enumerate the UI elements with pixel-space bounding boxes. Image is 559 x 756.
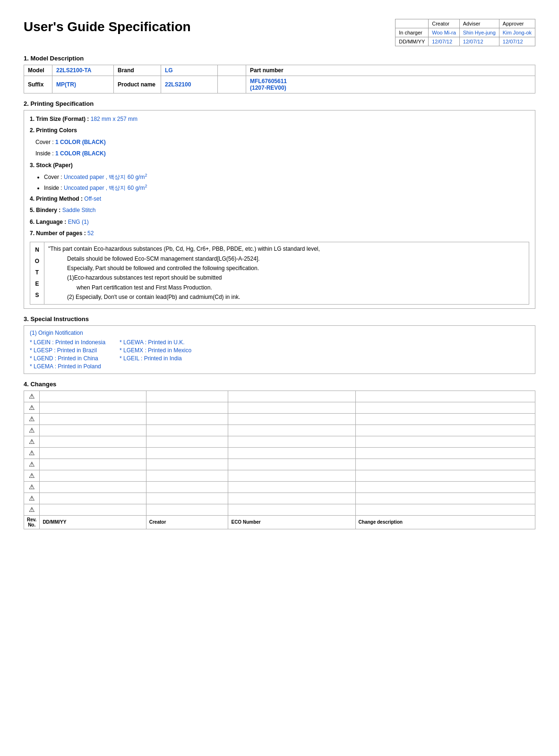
inside-color-label: Inside :	[35, 150, 55, 157]
language-row: 6. Language : ENG (1)	[30, 217, 529, 227]
brand-value: LG	[161, 65, 218, 76]
suffix-value: MP(TR)	[52, 76, 114, 93]
change-date	[40, 493, 146, 504]
approval-approver-name: Kim Jong-ok	[499, 28, 535, 37]
change-creator	[146, 459, 228, 470]
change-creator	[146, 470, 228, 481]
stock-label: 3. Stock (Paper)	[30, 162, 73, 169]
method-value: Off-set	[84, 195, 101, 202]
table-row: ⚠	[24, 470, 535, 481]
approval-incharge-label: In charger	[396, 28, 429, 37]
inside-paper-item: Inside : Uncoated paper , 백상지 60 g/m2	[44, 183, 529, 193]
notes-table: NOTES "This part contain Eco-hazardous s…	[30, 242, 529, 304]
section4-title: 4. Changes	[24, 381, 535, 388]
colors-row: 2. Printing Colors	[30, 126, 529, 135]
special-instructions-box: (1) Origin Notification * LGEIN : Printe…	[24, 325, 535, 374]
notes-line2: Details should be followed Eco-SCM manag…	[48, 254, 525, 263]
model-value: 22LS2100-TA	[52, 65, 114, 76]
origin-lgema: * LGEMA : Printed in Poland	[30, 363, 105, 370]
approval-adviser-header: Adviser	[459, 19, 499, 28]
change-date	[40, 391, 146, 402]
change-icon: ⚠	[24, 391, 40, 402]
change-eco	[228, 425, 355, 436]
origin-right-col: * LGEWA : Printed in U.K. * LGEMX : Prin…	[120, 339, 191, 370]
change-icon: ⚠	[24, 504, 40, 515]
changes-desc-header: Change description	[355, 515, 535, 529]
change-date	[40, 459, 146, 470]
change-icon: ⚠	[24, 447, 40, 459]
section3-title: 3. Special Instructions	[24, 315, 535, 323]
change-desc	[355, 447, 535, 459]
notes-line4: (1)Eco-hazardous substances test report …	[48, 273, 525, 282]
approval-adviser-name: Shin Hye-jung	[459, 28, 499, 37]
table-row: ⚠	[24, 504, 535, 515]
trim-value: 182 mm x 257 mm	[91, 116, 138, 122]
change-eco	[228, 504, 355, 515]
changes-table: ⚠ ⚠ ⚠ ⚠ ⚠ ⚠ ⚠	[24, 391, 535, 529]
origin-columns: * LGEIN : Printed in Indonesia * LGESP :…	[30, 339, 529, 370]
table-row: ⚠	[24, 425, 535, 436]
change-date	[40, 413, 146, 425]
table-row: ⚠	[24, 493, 535, 504]
change-creator	[146, 402, 228, 413]
changes-creator-header: Creator	[146, 515, 228, 529]
change-icon: ⚠	[24, 436, 40, 447]
origin-lgesp: * LGESP : Printed in Brazil	[30, 347, 105, 354]
rev-no-label: Rev.No.	[24, 515, 40, 529]
product-name-label: Product name	[114, 76, 161, 93]
change-icon: ⚠	[24, 413, 40, 425]
origin-lgend: * LGEND : Printed in China	[30, 355, 105, 362]
page-header: User's Guide Specification Creator Advis…	[24, 19, 535, 46]
notes-line6: (2) Especially, Don't use or contain lea…	[48, 292, 525, 302]
origin-title: (1) Origin Notification	[30, 330, 529, 336]
trim-row: 1. Trim Size (Format) : 182 mm x 257 mm	[30, 114, 529, 124]
change-eco	[228, 402, 355, 413]
change-desc	[355, 402, 535, 413]
approval-empty	[396, 19, 429, 28]
change-desc	[355, 425, 535, 436]
origin-lgein: * LGEIN : Printed in Indonesia	[30, 339, 105, 346]
pages-label: 7. Number of pages :	[30, 230, 87, 237]
table-row: ⚠	[24, 481, 535, 493]
stock-list: Cover : Uncoated paper , 백상지 60 g/m2 Ins…	[30, 172, 529, 193]
suffix-label: Suffix	[24, 76, 52, 93]
change-desc	[355, 459, 535, 470]
change-date	[40, 504, 146, 515]
change-eco	[228, 493, 355, 504]
change-eco	[228, 470, 355, 481]
approval-table: Creator Adviser Approver In charger Woo …	[395, 19, 535, 46]
change-desc	[355, 493, 535, 504]
change-icon: ⚠	[24, 470, 40, 481]
origin-lgewa: * LGEWA : Printed in U.K.	[120, 339, 191, 346]
change-creator	[146, 481, 228, 493]
approval-adviser-date: 12/07/12	[459, 37, 499, 46]
change-date	[40, 481, 146, 493]
changes-eco-header: ECO Number	[228, 515, 355, 529]
printing-spec-box: 1. Trim Size (Format) : 182 mm x 257 mm …	[24, 110, 535, 309]
model-table: Model 22LS2100-TA Brand LG Part number S…	[24, 65, 535, 93]
change-icon: ⚠	[24, 459, 40, 470]
brand-label: Brand	[114, 65, 161, 76]
approval-creator-name: Woo Mi-ra	[429, 28, 460, 37]
method-row: 4. Printing Method : Off-set	[30, 194, 529, 204]
section2-title: 2. Printing Specification	[24, 100, 535, 107]
method-label: 4. Printing Method :	[30, 195, 84, 202]
change-date	[40, 470, 146, 481]
notes-line3: Especially, Part should be followed and …	[48, 263, 525, 273]
inside-color-row: Inside : 1 COLOR (BLACK)	[30, 149, 529, 158]
origin-lgeil: * LGEIL : Printed in India	[120, 355, 191, 362]
inside-paper-value: Uncoated paper , 백상지 60 g/m2	[64, 185, 147, 191]
table-row: ⚠	[24, 459, 535, 470]
origin-left-col: * LGEIN : Printed in Indonesia * LGESP :…	[30, 339, 105, 370]
cover-paper-label: Cover :	[44, 174, 64, 180]
bindery-row: 5. Bindery : Saddle Stitch	[30, 205, 529, 215]
inside-paper-label: Inside :	[44, 185, 64, 191]
product-name-value: 22LS2100	[161, 76, 218, 93]
approval-approver-date: 12/07/12	[499, 37, 535, 46]
change-creator	[146, 447, 228, 459]
trim-label: 1. Trim Size (Format) :	[30, 116, 91, 122]
cover-color-label: Cover :	[35, 139, 55, 145]
change-date	[40, 436, 146, 447]
change-creator	[146, 391, 228, 402]
section1-title: 1. Model Description	[24, 55, 535, 62]
